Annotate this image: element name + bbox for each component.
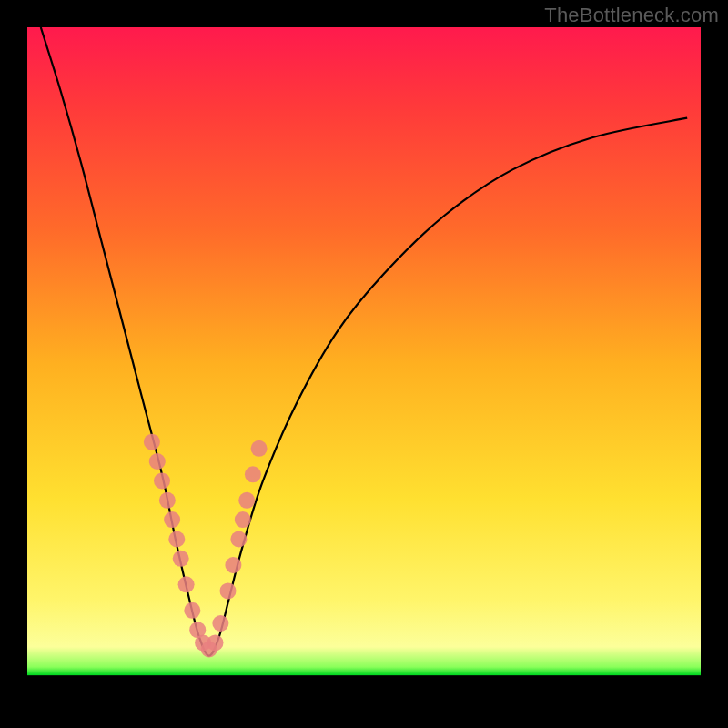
marker-dot [144,434,160,450]
marker-dot [235,511,251,528]
marker-dot [220,582,237,599]
marker-dot [245,466,261,482]
marker-dot [173,551,189,567]
marker-dot [159,492,176,509]
marker-dot [230,531,247,548]
marker-dot [238,492,255,509]
marker-dot [184,602,200,619]
bottleneck-curve-svg [27,27,701,701]
marker-dot [154,472,170,489]
marker-dot [225,557,241,573]
marker-dot [251,440,268,457]
plot-area [27,27,701,701]
marker-dot [178,576,195,592]
bottleneck-curve-path [41,27,687,656]
watermark-text: TheBottleneck.com [544,4,719,27]
marker-dot [168,531,185,548]
marker-dot [164,511,180,528]
chart-frame: TheBottleneck.com [0,0,728,728]
marker-dot [149,453,166,470]
curve-group [41,27,687,656]
marker-dot [212,615,228,632]
marker-dots-group [144,434,268,658]
marker-dot [207,634,224,651]
